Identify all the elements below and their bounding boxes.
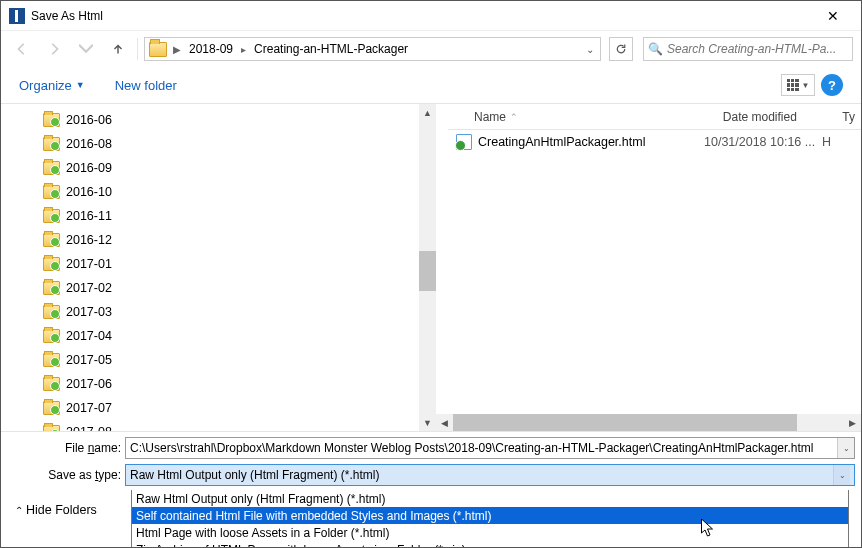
tree-item[interactable]: 2017-02 [1,276,436,300]
tree-item-label: 2017-02 [66,281,112,295]
chevron-down-icon: ▼ [802,81,810,90]
folder-icon [43,281,60,295]
savetype-option[interactable]: Self contained Html File with embedded S… [132,507,848,524]
organize-menu[interactable]: Organize▼ [19,78,85,93]
column-name[interactable]: Name⌃ [468,110,717,124]
scroll-left-button[interactable]: ◀ [436,414,453,431]
folder-icon [43,185,60,199]
tree-item[interactable]: 2017-07 [1,396,436,420]
folder-icon [43,401,60,415]
tree-item[interactable]: 2016-11 [1,204,436,228]
chevron-right-icon[interactable]: ▸ [237,44,250,55]
savetype-option[interactable]: Html Page with loose Assets in a Folder … [132,524,848,541]
chevron-down-icon[interactable]: ⌄ [582,44,598,55]
tree-item[interactable]: 2016-06 [1,108,436,132]
new-folder-button[interactable]: New folder [115,78,177,93]
folder-icon [43,113,60,127]
savetype-label: Save as type: [7,468,125,482]
sort-indicator-icon: ⌃ [510,112,518,122]
chevron-up-icon: ⌃ [15,505,23,516]
grid-icon [787,79,799,91]
html-file-icon [456,134,472,150]
tree-item-label: 2017-03 [66,305,112,319]
column-type[interactable]: Ty [836,110,861,124]
scroll-thumb[interactable] [419,251,436,291]
tree-pane: 2016-062016-082016-092016-102016-112016-… [1,104,436,431]
toolbar: Organize▼ New folder ▼ ? [1,67,861,103]
filename-input[interactable] [126,441,837,455]
tree-item-label: 2017-07 [66,401,112,415]
search-input[interactable] [667,42,848,56]
savetype-option[interactable]: Raw Html Output only (Html Fragment) (*.… [132,490,848,507]
tree-item-label: 2016-11 [66,209,112,223]
vertical-scrollbar[interactable]: ▲ ▼ [419,104,436,431]
nav-row: ▶ 2018-09 ▸ Creating-an-HTML-Packager ⌄ … [1,31,861,67]
chevron-down-icon[interactable]: ⌄ [833,465,850,485]
horizontal-scrollbar[interactable]: ◀ ▶ [436,414,861,431]
savetype-combobox[interactable]: Raw Html Output only (Html Fragment) (*.… [125,464,855,486]
filename-combobox[interactable]: ⌄ [125,437,855,459]
tree-item[interactable]: 2017-01 [1,252,436,276]
tree-item[interactable]: 2016-09 [1,156,436,180]
breadcrumb-seg-1[interactable]: 2018-09 [185,42,237,56]
tree-item[interactable]: 2016-10 [1,180,436,204]
folder-icon [43,377,60,391]
scroll-thumb[interactable] [453,414,797,431]
up-button[interactable] [105,36,131,62]
file-row[interactable]: CreatingAnHtmlPackager.html 10/31/2018 1… [448,130,861,154]
app-icon [9,8,25,24]
column-date[interactable]: Date modified [717,110,836,124]
tree-item-label: 2016-09 [66,161,112,175]
filename-label: File name: [7,441,125,455]
folder-icon [149,42,167,57]
main-area: 2016-062016-082016-092016-102016-112016-… [1,103,861,431]
folder-icon [43,209,60,223]
tree-item[interactable]: 2017-04 [1,324,436,348]
scroll-up-button[interactable]: ▲ [419,104,436,121]
refresh-button[interactable] [609,37,633,61]
tree-item-label: 2017-05 [66,353,112,367]
hide-folders-toggle[interactable]: ⌃ Hide Folders [15,503,97,517]
tree-item[interactable]: 2017-03 [1,300,436,324]
tree-item[interactable]: 2016-12 [1,228,436,252]
folder-icon [43,137,60,151]
chevron-right-icon[interactable]: ▶ [169,44,185,55]
folder-icon [43,353,60,367]
tree-list[interactable]: 2016-062016-082016-092016-102016-112016-… [1,104,436,431]
chevron-down-icon: ▼ [76,80,85,90]
recent-button[interactable] [73,36,99,62]
view-options-button[interactable]: ▼ [781,74,815,96]
tree-item-label: 2017-01 [66,257,112,271]
separator [137,38,138,60]
tree-item-label: 2016-12 [66,233,112,247]
tree-item[interactable]: 2017-06 [1,372,436,396]
scroll-down-button[interactable]: ▼ [419,414,436,431]
forward-button[interactable] [41,36,67,62]
savetype-dropdown[interactable]: Raw Html Output only (Html Fragment) (*.… [131,490,849,548]
savetype-value: Raw Html Output only (Html Fragment) (*.… [130,468,833,482]
tree-item[interactable]: 2016-08 [1,132,436,156]
close-button[interactable]: ✕ [813,8,853,24]
file-name-cell: CreatingAnHtmlPackager.html [478,135,704,149]
back-button[interactable] [9,36,35,62]
file-pane: Name⌃ Date modified Ty CreatingAnHtmlPac… [436,104,861,431]
titlebar: Save As Html ✕ [1,1,861,31]
file-list-header: Name⌃ Date modified Ty [448,104,861,130]
folder-icon [43,305,60,319]
folder-icon [43,329,60,343]
file-date-cell: 10/31/2018 10:16 ... [704,135,822,149]
savetype-option[interactable]: Zip Archive of HTML Page with loose Asse… [132,541,848,548]
help-button[interactable]: ? [821,74,843,96]
tree-item[interactable]: 2017-08 [1,420,436,431]
chevron-down-icon[interactable]: ⌄ [837,438,854,458]
window-title: Save As Html [31,9,813,23]
breadcrumb[interactable]: ▶ 2018-09 ▸ Creating-an-HTML-Packager ⌄ [144,37,601,61]
scroll-right-button[interactable]: ▶ [844,414,861,431]
tree-item[interactable]: 2017-05 [1,348,436,372]
search-icon: 🔍 [648,42,663,56]
folder-icon [43,257,60,271]
tree-item-label: 2017-04 [66,329,112,343]
tree-item-label: 2016-10 [66,185,112,199]
breadcrumb-seg-2[interactable]: Creating-an-HTML-Packager [250,42,412,56]
search-box[interactable]: 🔍 [643,37,853,61]
